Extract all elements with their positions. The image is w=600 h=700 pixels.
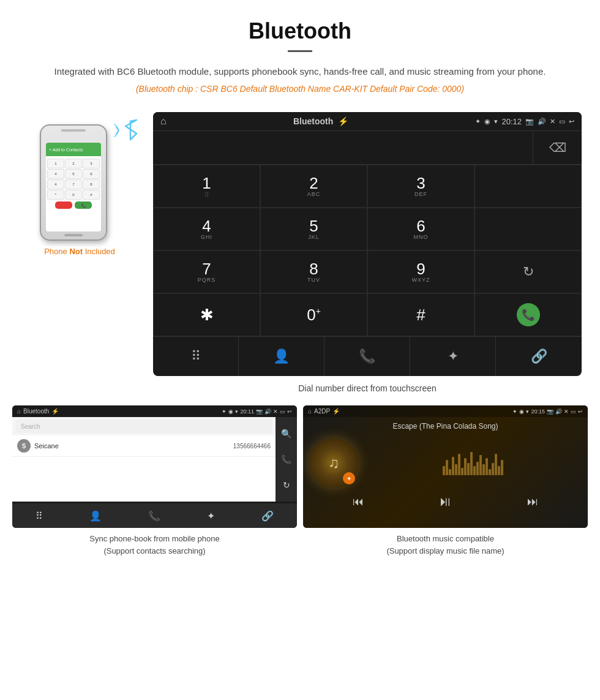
- dial-key-2[interactable]: 2 ABC: [260, 165, 367, 208]
- music-next-button[interactable]: ⏭: [527, 495, 538, 508]
- dial-key-4[interactable]: 4 GHI: [153, 208, 260, 250]
- dial-key-9[interactable]: 9 WXYZ: [367, 250, 474, 293]
- music-bt-icon: ✦: [512, 408, 517, 415]
- music-song-title: Escape (The Pina Colada Song): [303, 417, 588, 435]
- pb-nav-link[interactable]: 🔗: [261, 510, 274, 522]
- music-cam-icon: 📷: [547, 408, 553, 415]
- nav-keypad-icon[interactable]: ⠿: [153, 337, 239, 376]
- music-controls: ⏮ ⏯ ⏭: [303, 491, 588, 513]
- page-title: Bluetooth: [37, 18, 563, 44]
- dial-key-5[interactable]: 5 JKL: [260, 208, 367, 250]
- phonebook-caption-line1: Sync phone-book from mobile phone: [89, 534, 219, 543]
- music-status-bar: ⌂ A2DP ⚡ ✦ ◉ ▾ 20:15 📷 🔊 ✕ ▭ ↩: [303, 405, 588, 417]
- nav-phone-icon[interactable]: 📞: [324, 337, 410, 376]
- volume-icon: 🔊: [538, 118, 546, 126]
- phone-key-8: 7: [65, 179, 82, 189]
- pb-x-icon: ✕: [273, 408, 278, 415]
- music-eq-bars: [364, 451, 582, 475]
- phonebook-screenshot: ⌂ Bluetooth ⚡ ✦ ◉ ▾ 20:11 📷 🔊 ✕ ▭ ↩: [12, 405, 297, 528]
- pb-avatar: S: [17, 439, 31, 453]
- dial-status-left: ⌂: [160, 116, 167, 127]
- pb-contact-row: S Seicane 13566664466: [12, 435, 276, 457]
- bluetooth-waves-icon: [113, 115, 144, 148]
- pb-right-refresh-icon[interactable]: ↻: [283, 480, 290, 490]
- pb-label: Bluetooth: [23, 408, 49, 415]
- pb-right-phone-icon[interactable]: 📞: [281, 454, 291, 464]
- dial-backspace-button[interactable]: ⌫: [533, 131, 582, 164]
- dial-key-refresh[interactable]: ↻: [474, 250, 582, 293]
- pb-search-box[interactable]: Search: [16, 420, 272, 433]
- music-prev-button[interactable]: ⏮: [353, 495, 364, 508]
- music-screen: ⌂ A2DP ⚡ ✦ ◉ ▾ 20:15 📷 🔊 ✕ ▭ ↩: [303, 405, 588, 528]
- dial-key-star[interactable]: ✱: [153, 293, 260, 336]
- phone-key-1: 1: [47, 159, 64, 168]
- wifi-icon: ▾: [494, 118, 498, 126]
- music-scr-icon: ▭: [571, 408, 576, 415]
- pb-contact-phone: 13566664466: [233, 443, 271, 450]
- dial-number-row: ⌫: [153, 131, 582, 165]
- phone-screen: + Add to Contacts 1 2 3 4 5 6 4 7 8: [46, 143, 101, 231]
- phone-key-5: 5: [65, 169, 82, 179]
- dial-key-0[interactable]: 0+: [260, 293, 367, 336]
- status-time: 20:12: [501, 117, 522, 126]
- camera-icon: 📷: [525, 118, 534, 126]
- dial-label: Bluetooth: [293, 116, 333, 126]
- phone-not-included-label: Phone Not Phone Not IncludedIncluded: [44, 247, 115, 256]
- phone-key-2: 2: [65, 159, 82, 168]
- nav-link-icon[interactable]: 🔗: [496, 337, 582, 376]
- nav-contacts-icon[interactable]: 👤: [239, 337, 324, 376]
- dial-key-hash[interactable]: #: [367, 293, 474, 336]
- phone-key-0: 0: [65, 190, 82, 200]
- location-icon: ◉: [484, 118, 490, 126]
- dial-key-call[interactable]: 📞: [474, 293, 582, 336]
- dial-key-7[interactable]: 7 PQRS: [153, 250, 260, 293]
- dial-key-3[interactable]: 3 DEF: [367, 165, 474, 208]
- phonebook-caption: Sync phone-book from mobile phone (Suppo…: [12, 533, 297, 557]
- pb-right-search-icon[interactable]: 🔍: [281, 429, 291, 438]
- dial-key-8[interactable]: 8 TUV: [260, 250, 367, 293]
- dial-status-center: Bluetooth ⚡: [293, 116, 348, 126]
- dial-key-6[interactable]: 6 MNO: [367, 208, 474, 250]
- music-back-icon: ↩: [578, 408, 583, 415]
- music-caption-line1: Bluetooth music compatible: [397, 534, 494, 543]
- page-header: Bluetooth Integrated with BC6 Bluetooth …: [0, 0, 600, 106]
- header-specs: (Bluetooth chip : CSR BC6 Default Blueto…: [37, 84, 563, 94]
- phonebook-item: ⌂ Bluetooth ⚡ ✦ ◉ ▾ 20:11 📷 🔊 ✕ ▭ ↩: [12, 405, 297, 557]
- dial-caption: Dial number direct from touchscreen: [153, 376, 582, 405]
- music-usb-icon: ⚡: [332, 408, 340, 415]
- dial-status-right: ✦ ◉ ▾ 20:12 📷 🔊 ✕ ▭ ↩: [475, 117, 574, 126]
- music-item: ⌂ A2DP ⚡ ✦ ◉ ▾ 20:15 📷 🔊 ✕ ▭ ↩: [303, 405, 588, 557]
- dial-key-empty-2: [474, 208, 582, 250]
- pb-home-icon: ⌂: [17, 408, 21, 415]
- phone-key-6: 6: [83, 169, 100, 179]
- phone-body: + Add to Contacts 1 2 3 4 5 6 4 7 8: [40, 124, 107, 241]
- not-text: Not: [69, 247, 83, 256]
- pb-wifi-icon: ▾: [235, 408, 238, 415]
- music-caption: Bluetooth music compatible (Support disp…: [303, 533, 588, 557]
- pb-nav-phone[interactable]: 📞: [148, 510, 160, 522]
- nav-bluetooth-icon[interactable]: ✦: [410, 337, 496, 376]
- phonebook-screen-wrapper: ⌂ Bluetooth ⚡ ✦ ◉ ▾ 20:11 📷 🔊 ✕ ▭ ↩: [12, 405, 297, 528]
- pb-scr-icon: ▭: [280, 408, 285, 415]
- phone-key-star: *: [47, 190, 64, 200]
- pb-loc-icon: ◉: [228, 408, 233, 415]
- pb-time: 20:11: [240, 408, 254, 415]
- dial-key-empty-1: [474, 165, 582, 208]
- music-play-pause-button[interactable]: ⏯: [438, 494, 452, 510]
- bt-icon: ✦: [475, 118, 481, 126]
- pb-search-row: Search: [12, 417, 276, 435]
- pb-nav-keypad[interactable]: ⠿: [36, 510, 43, 522]
- pb-bt-icon: ✦: [222, 408, 227, 415]
- pb-nav-contacts[interactable]: 👤: [89, 510, 102, 522]
- music-screenshot: ⌂ A2DP ⚡ ✦ ◉ ▾ 20:15 📷 🔊 ✕ ▭ ↩: [303, 405, 588, 528]
- music-album-art: ♫ ✦: [309, 438, 358, 487]
- phone-wrapper: + Add to Contacts 1 2 3 4 5 6 4 7 8: [40, 124, 119, 241]
- pb-search-placeholder: Search: [21, 423, 40, 430]
- dial-keypad: 1 ⌷ 2 ABC 3 DEF 4 GHI 5: [153, 165, 582, 336]
- middle-section: + Add to Contacts 1 2 3 4 5 6 4 7 8: [0, 106, 600, 405]
- x-icon: ✕: [550, 118, 555, 126]
- dial-key-1[interactable]: 1 ⌷: [153, 165, 260, 208]
- pb-nav-bluetooth[interactable]: ✦: [207, 510, 215, 522]
- music-wifi-icon: ▾: [526, 408, 529, 415]
- music-loc-icon: ◉: [519, 408, 524, 415]
